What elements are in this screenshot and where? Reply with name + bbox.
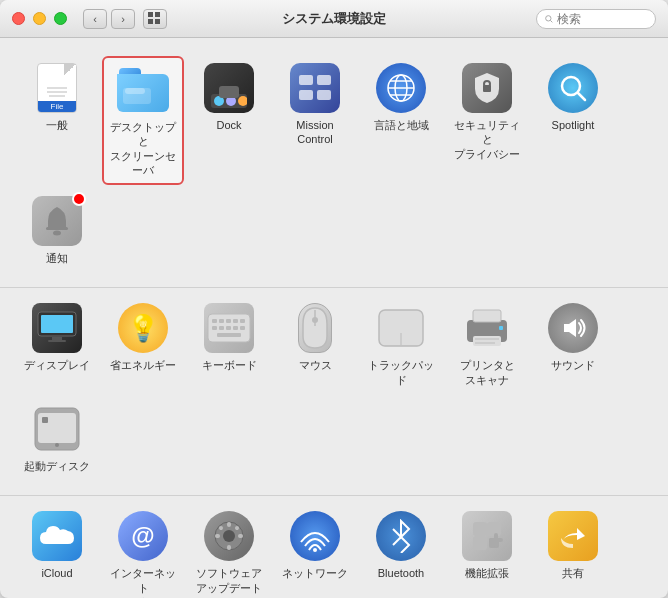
grid-view-button[interactable]	[143, 9, 167, 29]
bluetooth-icon-box	[375, 510, 427, 562]
pref-general[interactable]: File 一般	[16, 56, 98, 185]
printer-icon	[462, 303, 512, 353]
svg-rect-58	[227, 522, 231, 527]
pref-startup[interactable]: 起動ディスク	[16, 397, 98, 479]
svg-point-54	[55, 443, 59, 447]
printer-label: プリンタとスキャナ	[460, 358, 515, 387]
pref-energy[interactable]: 💡 省エネルギー	[102, 296, 184, 393]
pref-trackpad[interactable]: トラックパッド	[360, 296, 442, 393]
network-label: ネットワーク	[282, 566, 348, 580]
dock-label: Dock	[216, 118, 241, 132]
security-label: セキュリティとプライバシー	[450, 118, 524, 161]
svg-line-66	[393, 537, 401, 545]
content-area: File 一般	[0, 38, 668, 598]
svg-point-4	[546, 15, 551, 20]
mission-icon-box	[289, 62, 341, 114]
svg-point-57	[223, 530, 235, 542]
startup-icon-box	[31, 403, 83, 455]
pref-sound[interactable]: サウンド	[532, 296, 614, 393]
svg-rect-41	[217, 333, 241, 337]
software-icon-box	[203, 510, 255, 562]
icloud-icon-box	[31, 510, 83, 562]
pref-dock[interactable]: Dock	[188, 56, 270, 185]
pref-printer[interactable]: プリンタとスキャナ	[446, 296, 528, 393]
pref-bluetooth[interactable]: Bluetooth	[360, 504, 442, 598]
svg-rect-28	[52, 337, 62, 340]
section-hardware: ディスプレイ 💡 省エネルギー	[0, 288, 668, 496]
sound-icon	[548, 303, 598, 353]
pref-mission[interactable]: MissionControl	[274, 56, 356, 185]
svg-rect-61	[238, 534, 243, 538]
desktop-label: デスクトップとスクリーンセーバ	[108, 120, 178, 177]
search-input[interactable]	[557, 12, 647, 26]
display-label: ディスプレイ	[24, 358, 90, 372]
pref-internet[interactable]: @ インターネットアカウント	[102, 504, 184, 598]
pref-security[interactable]: セキュリティとプライバシー	[446, 56, 528, 185]
maximize-button[interactable]	[54, 12, 67, 25]
svg-point-25	[53, 231, 61, 236]
svg-point-43	[312, 317, 318, 323]
svg-rect-47	[473, 336, 501, 346]
printer-icon-box	[461, 302, 513, 354]
svg-rect-0	[148, 12, 153, 17]
pref-software[interactable]: ソフトウェアアップデート	[188, 504, 270, 598]
pref-sharing[interactable]: 共有	[532, 504, 614, 598]
minimize-button[interactable]	[33, 12, 46, 25]
pref-extension[interactable]: 機能拡張	[446, 504, 528, 598]
svg-rect-14	[317, 90, 331, 100]
bluetooth-label: Bluetooth	[378, 566, 424, 580]
pref-display[interactable]: ディスプレイ	[16, 296, 98, 393]
pref-network[interactable]: ネットワーク	[274, 504, 356, 598]
svg-rect-13	[299, 90, 313, 100]
energy-icon-box: 💡	[117, 302, 169, 354]
pref-mouse[interactable]: マウス	[274, 296, 356, 393]
svg-rect-72	[489, 538, 503, 542]
svg-rect-49	[475, 342, 495, 344]
general-icon: File	[37, 63, 77, 113]
internet-grid: iCloud @ インターネットアカウント	[16, 504, 652, 598]
section-personal: File 一般	[0, 48, 668, 288]
desktop-icon	[117, 68, 169, 112]
mouse-icon	[290, 303, 340, 353]
startup-icon	[32, 404, 82, 454]
svg-rect-68	[487, 522, 501, 536]
software-icon	[204, 511, 254, 561]
internet-icon: @	[118, 511, 168, 561]
pref-language[interactable]: 言語と地域	[360, 56, 442, 185]
svg-rect-59	[227, 545, 231, 550]
pref-icloud[interactable]: iCloud	[16, 504, 98, 598]
svg-rect-32	[219, 319, 224, 323]
svg-rect-12	[317, 75, 331, 85]
svg-point-64	[313, 548, 317, 552]
sharing-label: 共有	[562, 566, 584, 580]
bluetooth-icon	[376, 511, 426, 561]
search-icon	[545, 13, 553, 25]
forward-button[interactable]: ›	[111, 9, 135, 29]
svg-rect-51	[499, 326, 503, 330]
pref-keyboard[interactable]: キーボード	[188, 296, 270, 393]
search-box[interactable]	[536, 9, 656, 29]
svg-rect-1	[155, 12, 160, 17]
svg-rect-35	[240, 319, 245, 323]
spotlight-icon-box	[547, 62, 599, 114]
icloud-icon	[32, 511, 82, 561]
security-icon	[462, 63, 512, 113]
pref-notification[interactable]: 通知	[16, 189, 98, 271]
spotlight-icon	[548, 63, 598, 113]
sharing-icon-box	[547, 510, 599, 562]
language-icon	[376, 63, 426, 113]
trackpad-label: トラックパッド	[364, 358, 438, 387]
keyboard-icon-box	[203, 302, 255, 354]
notification-icon-box	[31, 195, 83, 247]
startup-label: 起動ディスク	[24, 459, 90, 473]
pref-spotlight[interactable]: Spotlight	[532, 56, 614, 185]
spotlight-label: Spotlight	[552, 118, 595, 132]
sound-icon-box	[547, 302, 599, 354]
svg-rect-39	[233, 326, 238, 330]
back-button[interactable]: ‹	[83, 9, 107, 29]
close-button[interactable]	[12, 12, 25, 25]
extension-icon	[462, 511, 512, 561]
pref-desktop[interactable]: デスクトップとスクリーンセーバ	[102, 56, 184, 185]
personal-grid: File 一般	[16, 56, 652, 271]
trackpad-icon-box	[375, 302, 427, 354]
